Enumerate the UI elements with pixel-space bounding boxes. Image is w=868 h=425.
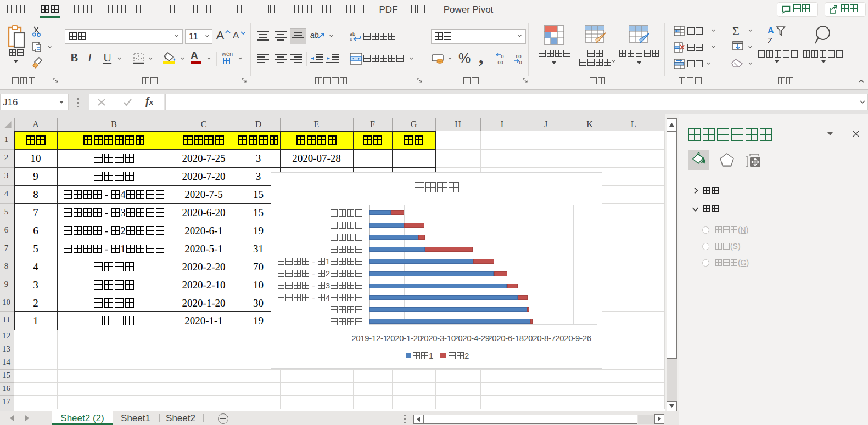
svg-text:A: A [768, 26, 774, 35]
svg-text:.00: .00 [496, 60, 503, 65]
svg-text:.00: .00 [514, 54, 522, 59]
svg-text:Z: Z [768, 36, 772, 43]
svg-text:c: c [350, 36, 352, 42]
